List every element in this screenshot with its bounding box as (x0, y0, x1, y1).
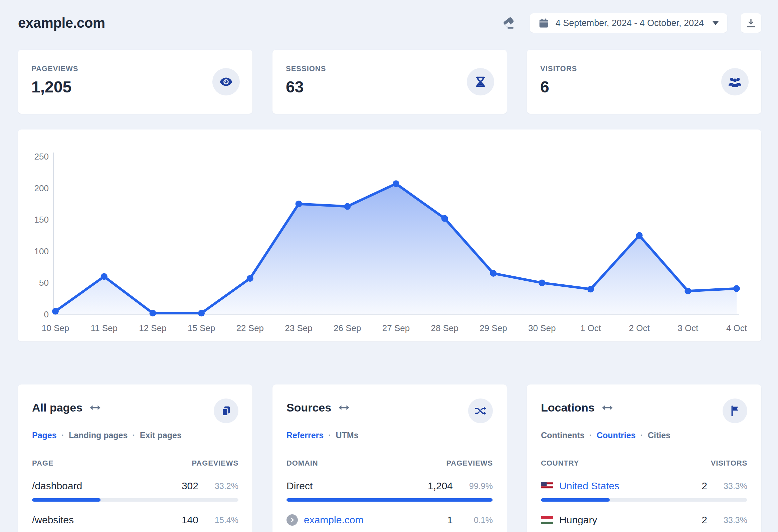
eraser-button[interactable] (501, 16, 517, 31)
eraser-icon (501, 16, 517, 31)
download-button[interactable] (741, 13, 761, 33)
svg-text:150: 150 (34, 214, 49, 225)
column-header-right: VISITORS (711, 459, 747, 467)
svg-text:29 Sep: 29 Sep (479, 323, 507, 333)
locations-tabs: Continents · Countries · Cities (541, 431, 747, 440)
row-value: 1 (423, 514, 453, 526)
copy-pages-button[interactable] (214, 398, 238, 423)
shuffle-button[interactable] (468, 398, 493, 423)
svg-text:50: 50 (39, 278, 49, 288)
svg-text:1 Oct: 1 Oct (580, 323, 601, 333)
date-range-picker[interactable]: 4 September, 2024 - 4 October, 2024 (530, 13, 727, 33)
svg-text:2 Oct: 2 Oct (629, 323, 650, 333)
table-row[interactable]: United States 2 33.3% (541, 480, 747, 502)
row-value: 140 (168, 514, 198, 526)
table-row[interactable]: example.com 1 0.1% (287, 514, 493, 532)
caret-down-icon (713, 21, 718, 25)
arrows-horizontal-icon[interactable] (89, 404, 101, 411)
row-percent: 99.9% (453, 481, 493, 491)
sources-tabs: Referrers · UTMs (287, 431, 493, 440)
svg-text:10 Sep: 10 Sep (42, 323, 69, 333)
page-name: /websites (32, 514, 74, 526)
chevron-right-icon (287, 514, 298, 526)
svg-text:250: 250 (34, 152, 49, 162)
arrows-horizontal-icon[interactable] (338, 404, 350, 411)
page-name: /dashboard (32, 480, 82, 492)
stat-label: VISITORS (540, 65, 748, 73)
stat-label: PAGEVIEWS (31, 65, 239, 73)
tab-referrers[interactable]: Referrers (287, 431, 324, 440)
line-chart: 05010015020025010 Sep11 Sep12 Sep15 Sep2… (18, 136, 761, 336)
svg-text:15 Sep: 15 Sep (188, 323, 215, 333)
stat-card-visitors: VISITORS 6 (527, 50, 761, 114)
calendar-icon (539, 18, 549, 28)
panel-sources: Sources (273, 384, 507, 532)
table-row[interactable]: Direct 1,204 99.9% (287, 480, 493, 502)
country-link[interactable]: United States (541, 480, 619, 492)
pages-tabs: Pages · Landing pages · Exit pages (32, 431, 238, 440)
row-value: 2 (677, 514, 707, 526)
row-value: 302 (168, 480, 198, 492)
stats-row: PAGEVIEWS 1,205 SESSIONS 63 (18, 50, 761, 114)
hourglass-icon (467, 68, 494, 95)
page-title: example.com (18, 15, 105, 31)
column-header-left: DOMAIN (287, 459, 318, 467)
traffic-chart: 05010015020025010 Sep11 Sep12 Sep15 Sep2… (18, 129, 761, 341)
copy-pages-icon (221, 406, 231, 417)
tab-pages[interactable]: Pages (32, 431, 57, 440)
header-actions: 4 September, 2024 - 4 October, 2024 (501, 13, 761, 33)
panel-all-pages: All pages Pages · Landing pages · Exit p… (18, 384, 252, 532)
date-range-label: 4 September, 2024 - 4 October, 2024 (556, 18, 704, 28)
svg-text:200: 200 (34, 183, 49, 193)
country-name: Hungary (541, 514, 597, 526)
stat-value: 63 (286, 78, 493, 96)
hungary-flag-icon (541, 516, 553, 524)
svg-text:26 Sep: 26 Sep (333, 323, 361, 333)
svg-text:11 Sep: 11 Sep (90, 323, 117, 333)
tab-utms[interactable]: UTMs (336, 431, 359, 440)
progress-bar (541, 498, 747, 502)
tab-countries[interactable]: Countries (597, 431, 636, 440)
flag-button[interactable] (722, 398, 747, 423)
panels-row: All pages Pages · Landing pages · Exit p… (18, 384, 761, 532)
progress-bar (32, 498, 238, 502)
arrows-horizontal-icon[interactable] (601, 404, 613, 411)
table-row[interactable]: Hungary 2 33.3% (541, 514, 747, 532)
header: example.com (0, 0, 778, 33)
tab-continents[interactable]: Continents (541, 431, 585, 440)
column-header-left: PAGE (32, 459, 54, 467)
stat-value: 6 (540, 78, 748, 96)
tab-cities[interactable]: Cities (648, 431, 671, 440)
tab-exit-pages[interactable]: Exit pages (140, 431, 182, 440)
svg-text:4 Oct: 4 Oct (726, 323, 747, 333)
progress-bar (287, 498, 493, 502)
people-icon (721, 68, 749, 95)
row-percent: 15.4% (198, 515, 238, 525)
row-percent: 0.1% (453, 515, 493, 525)
svg-text:100: 100 (34, 246, 49, 256)
stat-card-pageviews: PAGEVIEWS 1,205 (18, 50, 252, 114)
table-row[interactable]: /dashboard 302 33.2% (32, 480, 238, 502)
row-percent: 33.2% (198, 481, 238, 491)
eye-icon (212, 68, 240, 95)
panel-title: Locations (541, 401, 595, 414)
panel-title: Sources (287, 401, 331, 414)
row-value: 2 (677, 480, 707, 492)
svg-text:30 Sep: 30 Sep (528, 323, 556, 333)
tab-landing-pages[interactable]: Landing pages (69, 431, 128, 440)
svg-text:0: 0 (44, 309, 49, 320)
row-percent: 33.3% (707, 481, 747, 491)
svg-text:23 Sep: 23 Sep (285, 323, 312, 333)
flag-icon (730, 405, 740, 417)
column-header-right: PAGEVIEWS (192, 459, 238, 467)
stat-label: SESSIONS (286, 65, 493, 73)
panel-locations: Locations Continents · Countries · Citie… (527, 384, 761, 532)
shuffle-icon (474, 406, 486, 416)
panel-title: All pages (32, 401, 82, 414)
svg-text:12 Sep: 12 Sep (139, 323, 166, 333)
table-row[interactable]: /websites 140 15.4% (32, 514, 238, 532)
svg-text:3 Oct: 3 Oct (678, 323, 699, 333)
source-link[interactable]: example.com (287, 514, 363, 526)
download-icon (746, 18, 756, 28)
svg-text:27 Sep: 27 Sep (382, 323, 410, 333)
